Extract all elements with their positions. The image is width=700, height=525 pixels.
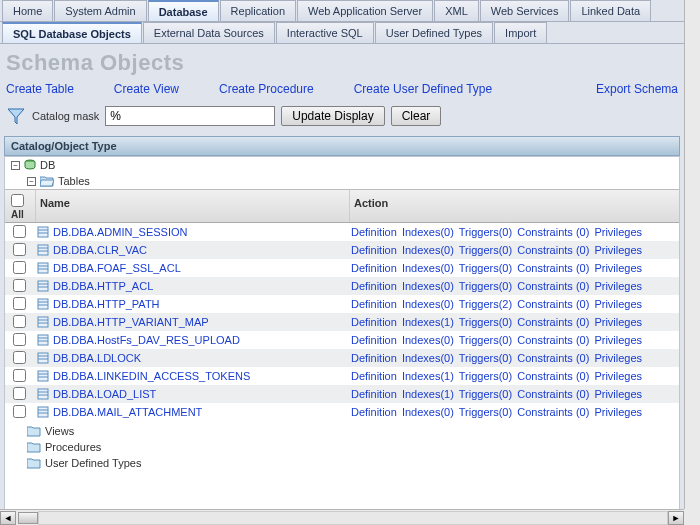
tree-node-procedures[interactable]: Procedures	[5, 439, 679, 455]
top-tab-web-application-server[interactable]: Web Application Server	[297, 0, 433, 21]
action-constraints-link[interactable]: Constraints (0)	[517, 388, 589, 400]
action-triggers-link[interactable]: Triggers(0)	[459, 280, 512, 292]
action-indexes-link[interactable]: Indexes(0)	[402, 352, 454, 364]
action-constraints-link[interactable]: Constraints (0)	[517, 298, 589, 310]
action-triggers-link[interactable]: Triggers(0)	[459, 352, 512, 364]
scroll-left-arrow-icon[interactable]: ◄	[0, 511, 16, 525]
action-indexes-link[interactable]: Indexes(0)	[402, 280, 454, 292]
sub-tab-interactive-sql[interactable]: Interactive SQL	[276, 22, 374, 43]
action-definition-link[interactable]: Definition	[351, 316, 397, 328]
scroll-track[interactable]	[38, 511, 668, 525]
action-triggers-link[interactable]: Triggers(0)	[459, 316, 512, 328]
action-indexes-link[interactable]: Indexes(0)	[402, 406, 454, 418]
table-name-link[interactable]: DB.DBA.CLR_VAC	[53, 244, 147, 256]
table-name-link[interactable]: DB.DBA.ADMIN_SESSION	[53, 226, 187, 238]
action-privileges-link[interactable]: Privileges	[594, 370, 642, 382]
action-triggers-link[interactable]: Triggers(0)	[459, 244, 512, 256]
minus-toggle-icon[interactable]: −	[11, 161, 20, 170]
sub-tab-import[interactable]: Import	[494, 22, 547, 43]
create-table-link[interactable]: Create Table	[6, 82, 74, 96]
tree-node-views[interactable]: Views	[5, 423, 679, 439]
export-schema-link[interactable]: Export Schema	[596, 82, 678, 96]
action-definition-link[interactable]: Definition	[351, 334, 397, 346]
action-definition-link[interactable]: Definition	[351, 226, 397, 238]
action-privileges-link[interactable]: Privileges	[594, 244, 642, 256]
scroll-thumb[interactable]	[18, 512, 38, 524]
row-checkbox[interactable]	[13, 297, 26, 310]
update-display-button[interactable]: Update Display	[281, 106, 384, 126]
action-triggers-link[interactable]: Triggers(2)	[459, 298, 512, 310]
row-checkbox[interactable]	[13, 333, 26, 346]
action-privileges-link[interactable]: Privileges	[594, 226, 642, 238]
action-triggers-link[interactable]: Triggers(0)	[459, 370, 512, 382]
action-indexes-link[interactable]: Indexes(1)	[402, 316, 454, 328]
action-triggers-link[interactable]: Triggers(0)	[459, 226, 512, 238]
top-tab-system-admin[interactable]: System Admin	[54, 0, 146, 21]
table-name-link[interactable]: DB.DBA.LOAD_LIST	[53, 388, 156, 400]
action-definition-link[interactable]: Definition	[351, 298, 397, 310]
action-indexes-link[interactable]: Indexes(0)	[402, 262, 454, 274]
action-privileges-link[interactable]: Privileges	[594, 298, 642, 310]
action-privileges-link[interactable]: Privileges	[594, 352, 642, 364]
action-constraints-link[interactable]: Constraints (0)	[517, 406, 589, 418]
action-definition-link[interactable]: Definition	[351, 370, 397, 382]
action-constraints-link[interactable]: Constraints (0)	[517, 334, 589, 346]
action-constraints-link[interactable]: Constraints (0)	[517, 262, 589, 274]
action-triggers-link[interactable]: Triggers(0)	[459, 334, 512, 346]
row-checkbox[interactable]	[13, 387, 26, 400]
tree-node-udt[interactable]: User Defined Types	[5, 455, 679, 471]
row-checkbox[interactable]	[13, 225, 26, 238]
action-privileges-link[interactable]: Privileges	[594, 406, 642, 418]
action-indexes-link[interactable]: Indexes(0)	[402, 334, 454, 346]
action-triggers-link[interactable]: Triggers(0)	[459, 406, 512, 418]
create-procedure-link[interactable]: Create Procedure	[219, 82, 314, 96]
action-constraints-link[interactable]: Constraints (0)	[517, 352, 589, 364]
table-name-link[interactable]: DB.DBA.HTTP_PATH	[53, 298, 160, 310]
top-tab-database[interactable]: Database	[148, 0, 219, 21]
row-checkbox[interactable]	[13, 261, 26, 274]
table-name-link[interactable]: DB.DBA.HostFs_DAV_RES_UPLOAD	[53, 334, 240, 346]
vertical-scrollbar[interactable]	[684, 0, 700, 509]
action-definition-link[interactable]: Definition	[351, 244, 397, 256]
action-privileges-link[interactable]: Privileges	[594, 280, 642, 292]
row-checkbox[interactable]	[13, 405, 26, 418]
tree-node-tables[interactable]: − Tables	[5, 173, 679, 189]
table-name-link[interactable]: DB.DBA.MAIL_ATTACHMENT	[53, 406, 202, 418]
row-checkbox[interactable]	[13, 243, 26, 256]
action-privileges-link[interactable]: Privileges	[594, 334, 642, 346]
select-all-checkbox[interactable]	[11, 194, 24, 207]
horizontal-scrollbar[interactable]: ◄ ►	[0, 509, 684, 525]
catalog-mask-input[interactable]	[105, 106, 275, 126]
action-definition-link[interactable]: Definition	[351, 352, 397, 364]
action-definition-link[interactable]: Definition	[351, 280, 397, 292]
action-constraints-link[interactable]: Constraints (0)	[517, 370, 589, 382]
action-indexes-link[interactable]: Indexes(0)	[402, 226, 454, 238]
table-name-link[interactable]: DB.DBA.FOAF_SSL_ACL	[53, 262, 181, 274]
action-constraints-link[interactable]: Constraints (0)	[517, 226, 589, 238]
table-name-link[interactable]: DB.DBA.LDLOCK	[53, 352, 141, 364]
top-tab-linked-data[interactable]: Linked Data	[570, 0, 651, 21]
action-definition-link[interactable]: Definition	[351, 262, 397, 274]
action-indexes-link[interactable]: Indexes(0)	[402, 244, 454, 256]
action-definition-link[interactable]: Definition	[351, 388, 397, 400]
top-tab-web-services[interactable]: Web Services	[480, 0, 570, 21]
sub-tab-sql-database-objects[interactable]: SQL Database Objects	[2, 22, 142, 43]
create-view-link[interactable]: Create View	[114, 82, 179, 96]
action-indexes-link[interactable]: Indexes(1)	[402, 388, 454, 400]
action-privileges-link[interactable]: Privileges	[594, 262, 642, 274]
top-tab-replication[interactable]: Replication	[220, 0, 296, 21]
scroll-right-arrow-icon[interactable]: ►	[668, 511, 684, 525]
top-tab-home[interactable]: Home	[2, 0, 53, 21]
table-name-link[interactable]: DB.DBA.HTTP_VARIANT_MAP	[53, 316, 209, 328]
create-udt-link[interactable]: Create User Defined Type	[354, 82, 493, 96]
action-privileges-link[interactable]: Privileges	[594, 316, 642, 328]
sub-tab-external-data-sources[interactable]: External Data Sources	[143, 22, 275, 43]
action-indexes-link[interactable]: Indexes(0)	[402, 298, 454, 310]
table-name-link[interactable]: DB.DBA.HTTP_ACL	[53, 280, 153, 292]
row-checkbox[interactable]	[13, 315, 26, 328]
action-constraints-link[interactable]: Constraints (0)	[517, 316, 589, 328]
top-tab-xml[interactable]: XML	[434, 0, 479, 21]
action-indexes-link[interactable]: Indexes(1)	[402, 370, 454, 382]
action-constraints-link[interactable]: Constraints (0)	[517, 244, 589, 256]
row-checkbox[interactable]	[13, 351, 26, 364]
